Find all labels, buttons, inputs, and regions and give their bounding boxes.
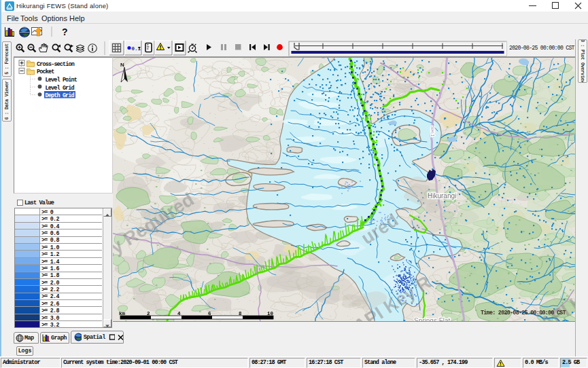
svg-text:SH 1: SH 1	[430, 126, 436, 137]
svg-text:Cross-section: Cross-section	[37, 61, 75, 68]
svg-text:2020-08-25 00:00:00 CST: 2020-08-25 00:00:00 CST	[509, 45, 575, 51]
svg-text:N: N	[120, 62, 124, 68]
svg-text:Time: 2020-08-25 00:00:00 CST: Time: 2020-08-25 00:00:00 CST	[481, 310, 566, 316]
svg-text:Depth Grid: Depth Grid	[46, 92, 75, 99]
svg-text:Level Grid: Level Grid	[46, 85, 75, 92]
svg-text:Springs Flat: Springs Flat	[414, 317, 451, 322]
svg-text:?: ?	[62, 26, 68, 37]
svg-text:Pocket: Pocket	[37, 69, 54, 75]
svg-text:Hikurangi: Hikurangi	[428, 192, 456, 200]
svg-text:Level Point: Level Point	[46, 77, 77, 84]
svg-text:0.1: 0.1	[132, 46, 141, 52]
